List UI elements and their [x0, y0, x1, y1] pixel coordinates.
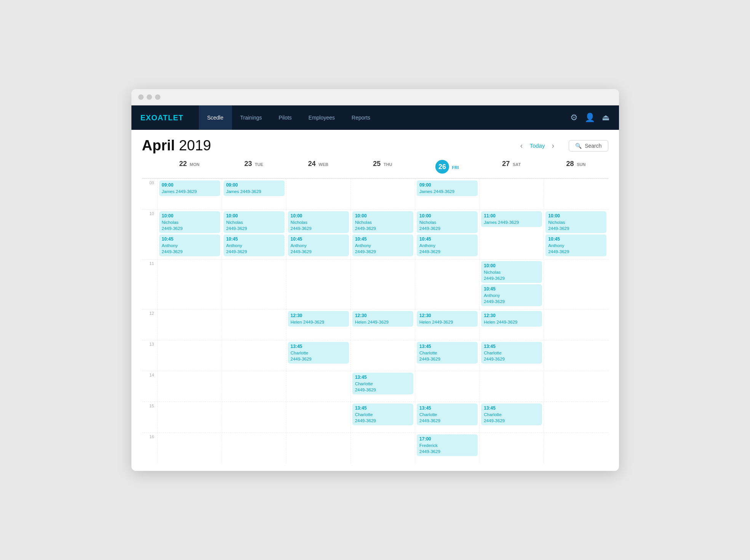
hour-cell-fri-14[interactable] [415, 371, 479, 402]
hour-cell-sun-12[interactable] [544, 310, 608, 340]
hour-cell-thu-13[interactable] [350, 340, 415, 371]
hour-cell-thu-11[interactable] [350, 260, 415, 309]
nav-trainings[interactable]: Trainings [232, 105, 270, 130]
hour-cell-thu-16[interactable] [350, 433, 415, 463]
hour-cell-sun-14[interactable] [544, 371, 608, 402]
hour-cell-sat-16[interactable] [479, 433, 544, 463]
hour-cell-fri-16[interactable]: 17:00 Frederick2449-3629 [415, 433, 479, 463]
hour-cell-mon-11[interactable] [157, 260, 222, 309]
event-thu-13-45-b[interactable]: 13:45 Charlotte2449-3629 [352, 404, 413, 425]
hour-cell-sun-09[interactable] [544, 179, 608, 209]
hour-cell-fri-10[interactable]: 10:00 Nicholas2449-3629 10:45 Anthony244… [415, 210, 479, 259]
hour-cell-mon-10[interactable]: 10:00 Nicholas2449-3629 10:45 Anthony244… [157, 210, 222, 259]
hour-cell-fri-13[interactable]: 13:45 Charlotte2449-3629 [415, 340, 479, 371]
hour-cell-thu-14[interactable]: 13:45 Charlotte2449-3629 [350, 371, 415, 402]
hour-cell-tue-09[interactable]: 09:00 James 2449-3629 [222, 179, 286, 209]
event-sun-10-00[interactable]: 10:00 Nicholas2449-3629 [545, 211, 606, 233]
hour-cell-wed-11[interactable] [286, 260, 350, 309]
hour-cell-tue-13[interactable] [222, 340, 286, 371]
hour-cell-mon-15[interactable] [157, 402, 222, 432]
hour-cell-thu-09[interactable] [350, 179, 415, 209]
prev-button[interactable]: ‹ [518, 140, 525, 151]
nav-pilots[interactable]: Pilots [270, 105, 300, 130]
event-sat-13-45-b[interactable]: 13:45 Charlotte2449-3629 [481, 404, 542, 425]
hour-cell-thu-15[interactable]: 13:45 Charlotte2449-3629 [350, 402, 415, 432]
event-wed-12-30[interactable]: 12:30 Helen 2449-3629 [288, 311, 349, 327]
hour-cell-tue-15[interactable] [222, 402, 286, 432]
event-fri-10-45[interactable]: 10:45 Anthony2449-3629 [417, 235, 478, 256]
hour-cell-sat-12[interactable]: 12:30 Helen 2449-3629 [479, 310, 544, 340]
user-icon[interactable]: 👤 [585, 113, 595, 123]
event-wed-10-00[interactable]: 10:00 Nicholas2449-3629 [288, 211, 349, 233]
event-mon-10-45[interactable]: 10:45 Anthony2449-3629 [159, 235, 220, 256]
hour-cell-wed-14[interactable] [286, 371, 350, 402]
hour-cell-sat-15[interactable]: 13:45 Charlotte2449-3629 [479, 402, 544, 432]
event-tue-09-00[interactable]: 09:00 James 2449-3629 [224, 180, 285, 196]
event-fri-17-00[interactable]: 17:00 Frederick2449-3629 [417, 434, 478, 456]
hour-cell-fri-15[interactable]: 13:45 Charlotte2449-3629 [415, 402, 479, 432]
event-tue-10-00[interactable]: 10:00 Nicholas2449-3629 [224, 211, 285, 233]
nav-reports[interactable]: Reports [343, 105, 379, 130]
hour-cell-sat-09[interactable] [479, 179, 544, 209]
event-fri-12-30[interactable]: 12:30 Helen 2449-3629 [417, 311, 478, 327]
hour-cell-tue-16[interactable] [222, 433, 286, 463]
hour-cell-sat-10[interactable]: 11:00 James 2449-3629 [479, 210, 544, 259]
hour-cell-wed-16[interactable] [286, 433, 350, 463]
event-sun-10-45[interactable]: 10:45 Anthony2449-3629 [545, 235, 606, 256]
event-tue-10-45[interactable]: 10:45 Anthony2449-3629 [224, 235, 285, 256]
gear-icon[interactable]: ⚙ [570, 113, 578, 123]
nav-employees[interactable]: Employees [300, 105, 343, 130]
hour-cell-fri-11[interactable] [415, 260, 479, 309]
hour-cell-wed-09[interactable] [286, 179, 350, 209]
search-button[interactable]: 🔍 Search [569, 140, 608, 152]
event-thu-12-30[interactable]: 12:30 Helen 2449-3629 [352, 311, 413, 327]
next-button[interactable]: › [549, 140, 557, 151]
logout-icon[interactable]: ⏏ [602, 113, 610, 123]
hour-cell-fri-09[interactable]: 09:00 James 2449-3629 [415, 179, 479, 209]
hour-cell-fri-12[interactable]: 12:30 Helen 2449-3629 [415, 310, 479, 340]
hour-cell-mon-14[interactable] [157, 371, 222, 402]
event-mon-09-00[interactable]: 09:00 James 2449-3629 [159, 180, 220, 196]
event-sat-11-00[interactable]: 11:00 James 2449-3629 [481, 211, 542, 227]
hour-cell-sat-13[interactable]: 13:45 Charlotte2449-3629 [479, 340, 544, 371]
hour-cell-sun-15[interactable] [544, 402, 608, 432]
event-fri-13-45[interactable]: 13:45 Charlotte2449-3629 [417, 342, 478, 364]
hour-cell-mon-13[interactable] [157, 340, 222, 371]
nav-schedule[interactable]: Scedle [199, 105, 232, 130]
hour-cell-wed-15[interactable] [286, 402, 350, 432]
event-sat-10-45[interactable]: 10:45 Anthony2449-3629 [481, 284, 542, 306]
hour-cell-sun-10[interactable]: 10:00 Nicholas2449-3629 10:45 Anthony244… [544, 210, 608, 259]
hour-cell-tue-14[interactable] [222, 371, 286, 402]
event-thu-10-00[interactable]: 10:00 Nicholas2449-3629 [352, 211, 413, 233]
event-mon-10-00[interactable]: 10:00 Nicholas2449-3629 [159, 211, 220, 233]
event-sat-13-45[interactable]: 13:45 Charlotte2449-3629 [481, 342, 542, 364]
hour-cell-mon-12[interactable] [157, 310, 222, 340]
hour-cell-tue-12[interactable] [222, 310, 286, 340]
hour-cell-wed-12[interactable]: 12:30 Helen 2449-3629 [286, 310, 350, 340]
hour-cell-mon-09[interactable]: 09:00 James 2449-3629 [157, 179, 222, 209]
hour-cell-sun-13[interactable] [544, 340, 608, 371]
hour-cell-sun-11[interactable] [544, 260, 608, 309]
today-button[interactable]: Today [529, 142, 545, 149]
event-sat-12-30[interactable]: 12:30 Helen 2449-3629 [481, 311, 542, 327]
hour-cell-thu-12[interactable]: 12:30 Helen 2449-3629 [350, 310, 415, 340]
event-fri-10-00[interactable]: 10:00 Nicholas2449-3629 [417, 211, 478, 233]
event-wed-13-45[interactable]: 13:45 Charlotte2449-3629 [288, 342, 349, 364]
event-wed-10-45[interactable]: 10:45 Anthony2449-3629 [288, 235, 349, 256]
event-fri-13-45-b[interactable]: 13:45 Charlotte2449-3629 [417, 404, 478, 425]
hour-cell-wed-13[interactable]: 13:45 Charlotte2449-3629 [286, 340, 350, 371]
hour-cell-sat-11[interactable]: 10:00 Nicholas2449-3629 10:45 Anthony244… [479, 260, 544, 309]
event-fri-09-00[interactable]: 09:00 James 2449-3629 [417, 180, 478, 196]
hour-cell-mon-16[interactable] [157, 433, 222, 463]
hour-cell-tue-10[interactable]: 10:00 Nicholas2449-3629 10:45 Anthony244… [222, 210, 286, 259]
hour-label-09: 09 [142, 179, 157, 209]
search-label: Search [585, 143, 601, 149]
event-sat-10-00[interactable]: 10:00 Nicholas2449-3629 [481, 261, 542, 283]
event-thu-10-45[interactable]: 10:45 Anthony2449-3629 [352, 235, 413, 256]
hour-cell-thu-10[interactable]: 10:00 Nicholas2449-3629 10:45 Anthony244… [350, 210, 415, 259]
hour-cell-wed-10[interactable]: 10:00 Nicholas2449-3629 10:45 Anthony244… [286, 210, 350, 259]
hour-cell-sun-16[interactable] [544, 433, 608, 463]
hour-cell-tue-11[interactable] [222, 260, 286, 309]
hour-cell-sat-14[interactable] [479, 371, 544, 402]
event-thu-13-45[interactable]: 13:45 Charlotte2449-3629 [352, 373, 413, 394]
